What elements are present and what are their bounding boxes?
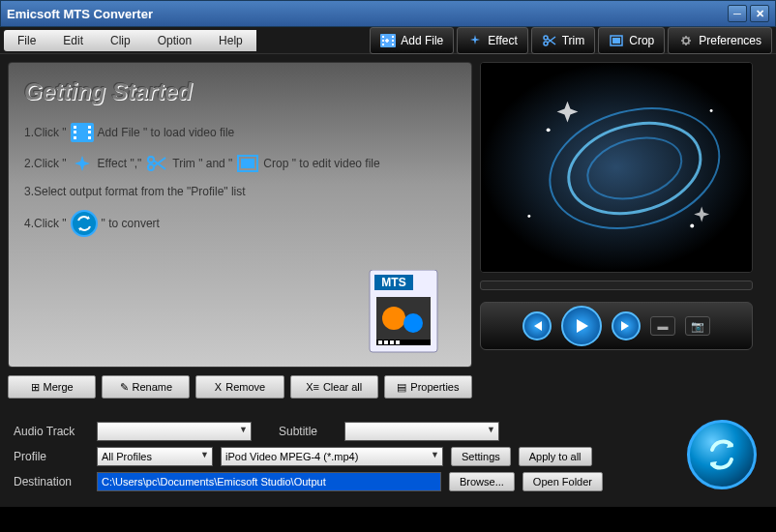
x-icon: X [215,381,222,393]
svg-point-7 [544,36,548,40]
profile-row: Profile All Profiles iPod Video MPEG-4 (… [14,447,762,466]
merge-button[interactable]: ⊞Merge [8,375,96,399]
svg-rect-13 [74,126,76,129]
trim-button[interactable]: Trim [531,27,596,54]
crop-icon [236,154,259,173]
output-settings: Audio Track Subtitle Profile All Profile… [0,406,776,507]
merge-icon: ⊞ [31,381,40,394]
crop-label: Crop [629,34,654,47]
sparkle-icon [467,34,483,47]
menu-option[interactable]: Option [144,30,205,51]
left-panel: Getting Started 1.Click " Add File " to … [8,62,472,399]
open-folder-button[interactable]: Open Folder [522,472,603,491]
right-panel: ▬ 📷 [480,62,753,399]
remove-button[interactable]: XRemove [195,375,284,399]
clear-icon: X≡ [306,381,319,393]
svg-point-23 [72,211,97,236]
svg-rect-10 [612,38,620,44]
settings-button[interactable]: Settings [451,447,511,466]
fullscreen-button[interactable]: ▬ [650,316,675,336]
svg-rect-1 [382,36,384,38]
svg-point-39 [547,128,551,132]
playback-progress[interactable] [480,281,753,290]
convert-icon [71,210,98,237]
getting-started-panel: Getting Started 1.Click " Add File " to … [8,62,472,368]
subtitle-select[interactable] [344,422,499,441]
svg-rect-6 [392,44,394,45]
svg-point-41 [690,223,694,227]
svg-rect-17 [88,131,91,133]
pencil-icon: ✎ [120,381,129,394]
svg-rect-5 [392,40,394,42]
svg-rect-16 [88,126,91,129]
profile-label: Profile [14,450,89,463]
svg-rect-18 [88,136,91,139]
file-actions-row: ⊞Merge ✎Rename XRemove X≡Clear all ▤Prop… [8,375,472,399]
svg-point-42 [527,215,530,218]
add-file-button[interactable]: Add File [370,27,454,54]
svg-rect-33 [390,340,394,344]
apply-all-button[interactable]: Apply to all [519,447,592,466]
preferences-label: Preferences [699,34,761,47]
svg-point-29 [403,313,423,333]
video-preview [480,62,753,273]
svg-point-28 [382,307,405,330]
clear-all-button[interactable]: X≡Clear all [290,375,378,399]
prev-button[interactable] [522,311,552,340]
effect-button[interactable]: Effect [457,27,527,54]
menu-help[interactable]: Help [205,30,256,51]
svg-point-20 [148,164,154,170]
next-button[interactable] [612,311,641,340]
refresh-icon [702,435,741,474]
rename-button[interactable]: ✎Rename [102,375,190,399]
crop-icon [609,34,624,47]
svg-rect-2 [382,40,384,42]
gear-icon [678,34,694,47]
player-controls: ▬ 📷 [480,302,753,350]
effect-label: Effect [488,34,517,47]
destination-input[interactable] [97,472,441,491]
browse-button[interactable]: Browse... [449,472,515,491]
window-controls: ─ ✕ [728,5,769,22]
menu-clip[interactable]: Clip [97,30,144,51]
scissors-icon [145,154,168,173]
menu-bar: File Edit Clip Option Help Add File Effe… [0,27,776,54]
profile-format-select[interactable]: iPod Video MPEG-4 (*.mp4) [221,447,443,466]
film-add-icon [380,34,396,47]
main-area: Getting Started 1.Click " Add File " to … [0,54,776,406]
close-button[interactable]: ✕ [750,5,769,22]
svg-rect-34 [396,340,400,344]
scissors-icon [542,34,557,47]
audio-track-label: Audio Track [14,425,89,438]
play-button[interactable] [561,306,602,346]
audio-subtitle-row: Audio Track Subtitle [14,422,762,441]
film-icon [71,123,94,142]
svg-rect-35 [481,63,751,272]
subtitle-label: Subtitle [279,425,337,438]
menu-edit[interactable]: Edit [49,30,97,51]
crop-button[interactable]: Crop [598,27,665,54]
audio-track-select[interactable] [97,422,252,441]
trim-label: Trim [562,34,585,47]
sparkle-icon [71,154,94,173]
preferences-button[interactable]: Preferences [668,27,772,54]
title-bar: Emicsoft MTS Converter ─ ✕ [0,0,776,27]
list-icon: ▤ [397,381,406,394]
svg-rect-4 [392,36,394,38]
svg-rect-22 [241,159,254,168]
menu-items: File Edit Clip Option Help [4,30,256,51]
profile-category-select[interactable]: All Profiles [97,447,213,466]
svg-point-8 [544,42,548,45]
add-file-label: Add File [401,34,443,47]
destination-row: Destination Browse... Open Folder [14,472,762,491]
snapshot-button[interactable]: 📷 [685,316,710,336]
properties-button[interactable]: ▤Properties [384,375,472,399]
mts-file-graphic: MTS [365,270,452,357]
menu-file[interactable]: File [4,30,49,51]
guide-step-4: 4.Click " " to convert [24,210,456,237]
guide-step-2: 2.Click " Effect "," Trim " and " Crop "… [24,154,456,173]
minimize-button[interactable]: ─ [728,5,747,22]
svg-rect-15 [74,136,76,139]
convert-button[interactable] [687,420,757,489]
svg-point-40 [710,109,713,112]
